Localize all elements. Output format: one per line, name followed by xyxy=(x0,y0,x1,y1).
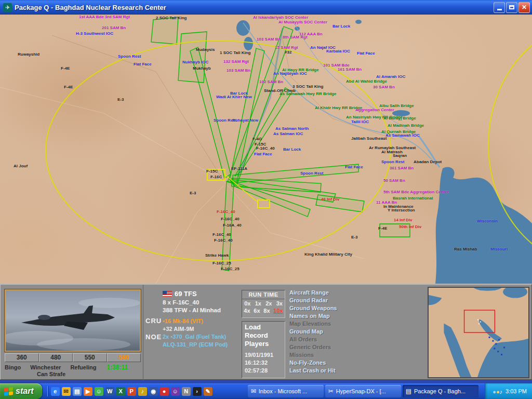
map-label[interactable]: As Samawah Hwy RR Bridge xyxy=(280,92,336,96)
map-label[interactable]: F-4E xyxy=(378,227,387,231)
start-button[interactable]: start xyxy=(0,383,42,399)
map-label[interactable]: Strike Hawk xyxy=(205,254,229,258)
photo-icon[interactable]: ◉ xyxy=(149,387,158,396)
map-label[interactable]: #32 xyxy=(285,50,291,55)
volume-tray-icon[interactable]: ♪ xyxy=(500,389,503,395)
time-accel-1x[interactable]: 1x xyxy=(255,300,261,307)
map-label[interactable]: Jalibah Southeast xyxy=(351,137,387,141)
menu-item-generic-orders[interactable]: Generic Orders xyxy=(289,343,350,351)
messenger-tray-icon[interactable]: ● xyxy=(493,389,496,395)
map-label[interactable]: Nukhayb IOC xyxy=(182,60,208,64)
map-label[interactable]: F-4G xyxy=(252,137,262,141)
map-label[interactable]: An Najibiyah IOC xyxy=(273,72,307,76)
map-label[interactable]: Mukhayb xyxy=(193,66,211,71)
map-label[interactable]: Flat Face xyxy=(345,165,363,169)
map-label[interactable]: Aggregation Center xyxy=(355,108,394,112)
map-label[interactable]: F-16C_40 xyxy=(212,233,231,237)
map-label[interactable]: Al Madinah Bridge xyxy=(388,124,424,128)
map-label[interactable]: Karbala IOC xyxy=(326,49,350,54)
menu-item-last-crash-or-hit[interactable]: Last Crash or Hit xyxy=(289,367,350,375)
map-label[interactable]: Flat Face xyxy=(254,152,272,156)
map-label[interactable]: 102 SAM Bn xyxy=(259,80,283,84)
map-label[interactable]: Bar Lock xyxy=(283,148,301,152)
map-label[interactable]: 161 SAM Bn xyxy=(338,68,362,72)
time-accel-8x[interactable]: 8x xyxy=(263,308,270,314)
map-label[interactable]: F-4E xyxy=(64,85,73,89)
map-label[interactable]: 103 SAM Bn xyxy=(257,37,281,42)
menu-item-ground-map[interactable]: Ground Map xyxy=(289,328,350,336)
chat-icon[interactable]: ☺ xyxy=(171,387,180,396)
word-icon[interactable]: W xyxy=(105,387,114,396)
map-label[interactable]: 112 AAA Bn xyxy=(299,32,323,36)
players-button[interactable]: Players xyxy=(245,340,282,348)
map-label[interactable]: Ruhayat New xyxy=(232,118,258,123)
map-label[interactable]: F-16C_40 xyxy=(217,210,235,214)
map-label[interactable]: F-16C_40 xyxy=(221,217,240,221)
map-label[interactable]: Tallil IOC xyxy=(351,120,369,124)
map-label[interactable]: 50 SAM Bn xyxy=(383,179,405,183)
show-desktop-icon[interactable]: ▤ xyxy=(73,387,82,396)
map-label[interactable]: E-3 xyxy=(190,191,196,195)
terminal-icon[interactable]: › xyxy=(193,387,202,396)
map-label[interactable]: F-16C_40 xyxy=(256,147,275,151)
map-label[interactable]: 132 SAM Rgt xyxy=(223,60,249,64)
map-label[interactable]: Spoon Rest xyxy=(300,171,323,176)
noe-mode-button[interactable]: NOE xyxy=(145,333,162,341)
map-label[interactable]: Abadan Depot xyxy=(414,160,442,164)
browser-icon[interactable]: ● xyxy=(160,387,169,396)
loadout-item[interactable]: ALQ-131_RP (ECM Pod) xyxy=(163,341,240,348)
excel-icon[interactable]: X xyxy=(116,387,125,396)
map-label[interactable]: Abd Al Wahid Bridge xyxy=(346,79,387,84)
map-label[interactable]: As Salman IOC xyxy=(273,132,303,136)
map-label[interactable]: Albu Salih Bridge xyxy=(379,104,414,108)
map-label[interactable]: Y Intersection xyxy=(388,208,415,212)
map-label[interactable]: As Samawah IOC xyxy=(385,134,420,138)
airspeed-550[interactable]: 550 xyxy=(73,353,107,362)
map-label[interactable]: Al Amarah IOC xyxy=(376,75,405,79)
map-label[interactable]: Mudaysis xyxy=(196,48,215,52)
airspeed-480[interactable]: 480 xyxy=(39,353,73,362)
loadout-item[interactable]: •16 Mk-84 (VIT) xyxy=(163,318,240,324)
time-accel-10x[interactable]: 10x xyxy=(273,308,283,314)
internet-explorer-icon[interactable]: e xyxy=(51,387,60,396)
campaign-map[interactable]: 1st AAA Bde 3rd SAM Rgt2 SOC Tall KingAl… xyxy=(0,15,532,284)
time-accel-4x[interactable]: 4x xyxy=(244,308,250,314)
quick-launch-handle[interactable] xyxy=(47,386,49,396)
map-label[interactable]: F-15C xyxy=(206,169,218,174)
map-label[interactable]: Al Iskandariyah SOC Center xyxy=(253,16,308,20)
maximize-button[interactable] xyxy=(506,2,517,13)
map-label[interactable]: E-3 xyxy=(117,98,124,102)
close-button[interactable]: ✕ xyxy=(518,2,530,13)
map-label[interactable]: Wadi Al Khirr New xyxy=(216,95,252,99)
map-label[interactable]: Spoon Rest xyxy=(118,55,141,59)
map-label[interactable]: 3 SOC Tall King xyxy=(292,85,323,89)
powerpoint-icon[interactable]: P xyxy=(127,387,136,396)
taskbar-task[interactable]: ✂HyperSnap-DX - [... xyxy=(325,385,401,397)
menu-item-missions[interactable]: Missions xyxy=(289,351,350,359)
map-label[interactable]: F-16A_40 xyxy=(223,223,242,228)
loadout-item[interactable]: 2x •370_Gal (Fuel Tank) xyxy=(163,334,240,340)
map-label[interactable]: 103 SAM Bn xyxy=(227,69,250,73)
menu-item-no-fly-zones[interactable]: No-Fly-Zones xyxy=(289,359,350,367)
map-label[interactable]: H-3 Southwest IOC xyxy=(76,32,113,36)
load-button[interactable]: Load xyxy=(245,323,282,331)
taskbar-task[interactable]: ▤Package Q - Bagh... xyxy=(403,385,478,397)
menu-item-aircraft-range[interactable]: Aircraft Range xyxy=(289,289,350,297)
loadout-item[interactable]: +32 AIM-9M xyxy=(163,326,240,332)
map-label[interactable]: Al Hayy RR Bridge xyxy=(282,68,319,72)
map-label[interactable]: 46 Inf Div xyxy=(321,197,340,202)
time-accel-6x[interactable]: 6x xyxy=(254,308,260,314)
time-accel-2x[interactable]: 2x xyxy=(265,300,272,307)
notepad-icon[interactable]: N xyxy=(182,387,191,396)
mail-icon[interactable]: ✉ xyxy=(62,387,71,396)
map-label[interactable]: 5th SAM Bde Aggregation Center xyxy=(383,190,449,194)
map-label[interactable]: Al Musayyib SOC Center xyxy=(278,20,327,24)
map-label[interactable]: 1st AAA Bde 3rd SAM Rgt xyxy=(79,15,130,19)
map-label[interactable]: Saqran xyxy=(393,154,407,158)
map-label[interactable]: Missouri xyxy=(490,247,508,251)
messenger-icon[interactable]: ☺ xyxy=(95,387,103,396)
map-label[interactable]: 30 SAM Bn xyxy=(373,85,395,89)
map-label[interactable]: 201 SAM Bn xyxy=(102,26,126,30)
minimize-button[interactable] xyxy=(494,2,505,13)
menu-item-names-on-map[interactable]: Names on Map xyxy=(289,312,350,320)
